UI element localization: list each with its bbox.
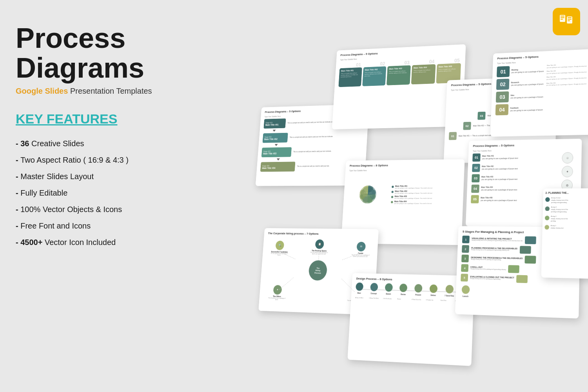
slide6-title: Process Diagrams – 5 Options [473, 143, 577, 148]
vprocess-step: Stage #02 Main Title #02 This is a simpl… [263, 131, 364, 143]
feature-item: 100% Vector Objects & Icons [16, 201, 180, 218]
nlist-row: 02 Main Title #02you are going to use a … [472, 163, 559, 172]
slide-card-10: 2- PLANNING THE... A step 4 shortsimply,… [541, 188, 588, 279]
feature-text: Fully Editable [20, 189, 67, 197]
left-panel: Process Diagrams Google Slides Presentat… [16, 24, 180, 250]
feature-text: Free Font and Icons [20, 221, 91, 230]
feature-item: Free Font and Icons [16, 218, 180, 234]
slides-area: Process Diagrams – 5 Options Type Your S… [234, 19, 588, 392]
step-text: This is a simple text add you need to ad… [293, 150, 363, 153]
hiring-node: ✦ The Offers You are going to use a pack… [268, 285, 287, 301]
feature-text: Master Slides Layout [20, 172, 94, 181]
step-box-h: Main Title #02 This is a simple text add… [362, 66, 386, 86]
arrow-down-icon [272, 130, 276, 132]
slide8-title: Design Process – 8 Options [356, 277, 470, 283]
feature-item: Two Aspect Ratio ( 16:9 & 4:3 ) [16, 152, 180, 168]
slide10-title: 2- PLANNING THE... [545, 191, 588, 195]
step-box: Stage #04 Main Title #04 [260, 162, 296, 172]
hiring-node: ✉ Career You are going to use a package … [351, 242, 370, 258]
circ-label: Main Title #02you are going to use a pac… [391, 190, 459, 194]
feature-item: Fully Editable [16, 185, 180, 201]
design-process: Meet Concept Sketch Revise [355, 283, 470, 303]
vprocess-step: Stage #03 Main Title #03 This is a simpl… [261, 146, 363, 157]
center-node: TheHiringProcess [308, 260, 327, 281]
circular-layout: Process Diagrams [347, 172, 460, 217]
feature-item: Master Slides Layout [16, 168, 180, 185]
desc-col: Main Title #01you are going to use a pac… [546, 62, 588, 114]
svg-rect-2 [561, 17, 564, 18]
plan-item: A step 2simply, dummy text of theprintin… [545, 216, 588, 223]
nlist-row: 01 Main Title #01you are going to use a … [472, 152, 559, 162]
dp-step: Concept [370, 283, 378, 294]
nitem: 02 Researchyou are going to use a packag… [496, 77, 544, 90]
svg-point-11 [367, 181, 371, 186]
google-slides-brand: Google Slides [16, 87, 68, 95]
feature-text: Two Aspect Ratio ( 16:9 & 4:3 ) [20, 156, 129, 164]
features-list: 36 Creative Slides Two Aspect Ratio ( 16… [16, 135, 180, 250]
step-col: 02 Main Title #02 This is a simple text … [362, 61, 387, 86]
step-col: 04 Main Title #04 This is a simple text … [411, 58, 436, 84]
svg-rect-1 [561, 16, 564, 16]
hiring-node: 🔍 Successful Candidate You are going to … [270, 241, 290, 256]
circular-labels: Main Title #01you are going to use a pac… [391, 185, 459, 204]
arrow-down-icon [274, 144, 278, 146]
subtitle-line: Google Slides Presentation Templates [16, 87, 180, 96]
feature-item: 4500+ Vector Icon Included [16, 234, 180, 250]
plan-item: A step 4 shortsimply, dummy text of thep… [545, 197, 588, 204]
feature-bold: 36 [20, 139, 29, 148]
nitem: 04 Feedbackyou are going to use a packag… [495, 103, 543, 115]
step-box: Stage #02 Main Title #02 [263, 133, 288, 143]
hiring-node: 📋 The Posting Opens You are going to use… [309, 240, 330, 255]
feature-item: 36 Creative Slides [16, 135, 180, 152]
nlist-row: 03 Main Title #03you are going to use a … [472, 174, 559, 183]
dp-row: Meet Concept Sketch Revise [356, 283, 470, 298]
slide5-subtitle: Type Your Subtitle Here [349, 169, 460, 172]
dp-step: Present [414, 284, 423, 296]
dp-step: Deliver [429, 285, 437, 297]
nitem: 03 Ideayou are going to use a package of… [496, 90, 543, 103]
svg-rect-3 [561, 19, 563, 20]
circ-label: Main Title #03you are going to use a pac… [391, 195, 459, 199]
feature-bold: 4500+ [20, 238, 42, 247]
num-col: 01 Meetingyou are going to use a package… [495, 65, 544, 115]
step-box-h: Main Title #01 This is a simple text add… [338, 67, 362, 87]
slide6-subtitle: Type Your Subtitle Here [473, 148, 577, 152]
step-box-h: Main Title #04 This is a simple text add… [411, 64, 436, 85]
slide-card-4: Process Diagrams – 5 Options Type Your S… [490, 49, 588, 137]
hprocess-flow: 01 Main Title #01 This is a simple text … [338, 58, 461, 87]
feature-text: 100% Vector Objects & Icons [20, 205, 122, 214]
page-title: Process Diagrams [16, 24, 180, 83]
dp-step: Meet [356, 283, 364, 294]
arrow-down-icon [277, 158, 280, 160]
circular-diagram-svg: Process Diagrams [347, 173, 389, 216]
subtitle-rest: Presentation Templates [68, 87, 152, 95]
svg-rect-6 [568, 19, 572, 20]
svg-point-12 [373, 186, 377, 190]
step-col: 03 Main Title #03 This is a simple text … [387, 60, 411, 85]
feature-text: Vector Icon Included [42, 238, 116, 247]
svg-point-16 [359, 199, 363, 203]
circ-label: Main Title #04you are going to use a pac… [391, 200, 459, 204]
dp-step: Launch [461, 285, 470, 298]
svg-rect-5 [568, 17, 572, 18]
slide-card-8: Design Process – 8 Options Meet Concept [347, 273, 474, 366]
nitem: 01 Meetingyou are going to use a package… [497, 65, 544, 77]
slide5-title: Process Diagrams – 8 Options [350, 163, 461, 167]
step-col: 01 Main Title #01 This is a simple text … [338, 62, 362, 87]
key-features-heading: KEY FEATURES [16, 111, 180, 127]
dp-step: Revise [399, 283, 408, 296]
plan-item: A step 3simply, dummy text of theprintin… [545, 206, 588, 213]
slide7-title: The Corporate hiring process – 7 Options [268, 232, 374, 236]
step-box-h: Main Title #03 This is a simple text add… [387, 65, 411, 85]
feature-text: Creative Slides [29, 139, 84, 148]
dp-step: 7 Send Files [445, 285, 454, 297]
plan-item: A step 1simply, dummy text [544, 225, 588, 230]
step-text: This is a simple text add you need to ad… [289, 135, 363, 138]
step-box: Stage #01 Main Title #01 [263, 118, 286, 129]
numbered-layout: 01 Meetingyou are going to use a package… [495, 62, 588, 116]
dp-step: Sketch [385, 283, 393, 295]
circ-label: Main Title #01you are going to use a pac… [392, 185, 459, 189]
dp-descs: A Step To Meet 5 Show The Work 2 Hit The… [355, 297, 469, 303]
step-box: Stage #03 Main Title #03 [261, 147, 292, 157]
plan-items: A step 4 shortsimply, dummy text of thep… [544, 197, 588, 230]
